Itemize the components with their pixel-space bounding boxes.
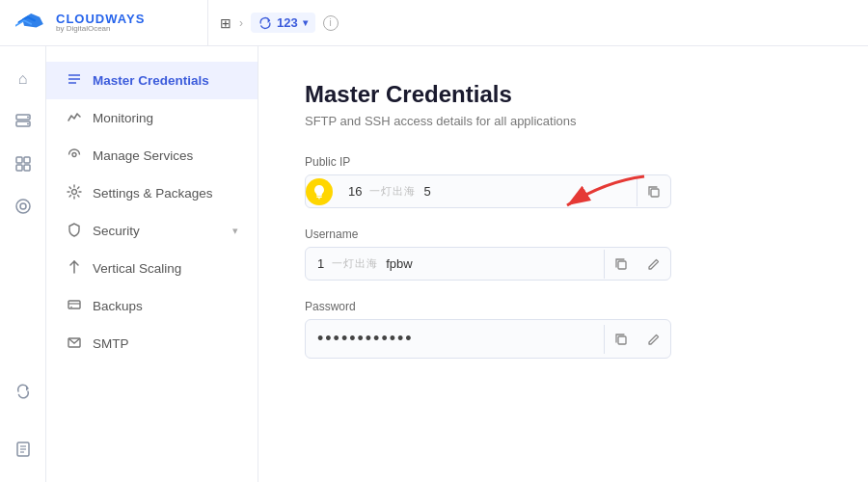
nav-home[interactable]: ⌂ bbox=[6, 62, 41, 96]
sidebar-label-smtp: SMTP bbox=[93, 336, 129, 351]
server-chevron-icon: ▾ bbox=[303, 17, 308, 28]
smtp-icon bbox=[66, 335, 83, 353]
svg-point-4 bbox=[27, 123, 29, 125]
server-selector[interactable]: 123 ▾ bbox=[251, 13, 315, 33]
sidebar-label-manage-services: Manage Services bbox=[93, 148, 193, 163]
edit-password-button[interactable] bbox=[637, 333, 670, 346]
cloudways-logo-icon bbox=[15, 10, 50, 37]
password-row: •••••••••••• bbox=[305, 319, 671, 359]
public-ip-value: 16 一灯出海 5 bbox=[337, 175, 637, 207]
svg-point-3 bbox=[27, 117, 29, 119]
sync-icon bbox=[14, 383, 32, 400]
ip-part1: 16 bbox=[348, 184, 362, 199]
bulb-icon bbox=[312, 184, 326, 200]
monitoring-icon bbox=[14, 198, 32, 215]
sidebar-item-master-credentials[interactable]: Master Credentials bbox=[46, 62, 258, 99]
svg-rect-22 bbox=[68, 301, 80, 308]
security-icon bbox=[66, 222, 83, 240]
username-row: 1 一灯出海 fpbw bbox=[305, 247, 671, 281]
svg-rect-26 bbox=[316, 196, 321, 198]
main-content: Master Credentials SFTP and SSH access d… bbox=[258, 46, 868, 482]
info-icon[interactable]: i bbox=[323, 15, 339, 31]
sidebar-item-settings-packages[interactable]: Settings & Packages bbox=[46, 174, 258, 212]
svg-rect-6 bbox=[24, 157, 30, 163]
sidebar-item-security[interactable]: Security ▾ bbox=[46, 212, 258, 250]
public-ip-field-group: Public IP 16 一灯出海 5 bbox=[305, 155, 671, 208]
server-id: 123 bbox=[277, 15, 298, 30]
edit-icon-password bbox=[647, 333, 661, 346]
logo-text: CLOUDWAYS by DigitalOcean bbox=[56, 13, 145, 33]
backups-icon bbox=[66, 297, 83, 315]
ip-indicator-bulb bbox=[306, 178, 333, 205]
edit-username-button[interactable] bbox=[637, 257, 670, 271]
public-ip-label: Public IP bbox=[305, 155, 671, 169]
copy-password-button[interactable] bbox=[605, 333, 637, 346]
svg-point-20 bbox=[72, 190, 77, 195]
username-value: 1 一灯出海 fpbw bbox=[306, 248, 604, 280]
breadcrumb-area: ⊞ › 123 ▾ i bbox=[220, 13, 853, 33]
username-watermark: 一灯出海 bbox=[332, 256, 378, 271]
servers-icon bbox=[14, 113, 32, 130]
svg-rect-29 bbox=[618, 261, 626, 269]
sub-sidebar: Master Credentials Monitoring Manage Ser… bbox=[46, 46, 258, 482]
nav-sync[interactable] bbox=[6, 374, 41, 409]
ip-watermark: 一灯出海 bbox=[369, 184, 416, 199]
logo-area: CLOUDWAYS by DigitalOcean bbox=[15, 0, 208, 45]
sidebar-label-monitoring: Monitoring bbox=[93, 111, 153, 125]
sidebar-item-vertical-scaling[interactable]: Vertical Scaling bbox=[46, 250, 258, 287]
nav-monitoring[interactable] bbox=[6, 189, 41, 224]
svg-point-24 bbox=[70, 307, 72, 308]
password-field-group: Password •••••••••••• bbox=[305, 300, 671, 359]
logo-sub-text: by DigitalOcean bbox=[56, 25, 145, 33]
username-field-group: Username 1 一灯出海 fpbw bbox=[305, 228, 671, 281]
monitoring-icon bbox=[66, 109, 83, 127]
nav-file[interactable] bbox=[6, 432, 41, 467]
copy-icon-password bbox=[614, 333, 628, 346]
security-chevron-icon: ▾ bbox=[232, 225, 238, 237]
apps-icon bbox=[14, 155, 32, 173]
page-subtitle: SFTP and SSH access details for all appl… bbox=[305, 114, 822, 128]
settings-icon bbox=[66, 184, 83, 202]
copy-username-button[interactable] bbox=[605, 257, 637, 271]
password-value: •••••••••••• bbox=[306, 320, 604, 358]
copy-ip-button[interactable] bbox=[637, 185, 670, 199]
username-suffix: fpbw bbox=[386, 256, 412, 271]
svg-rect-30 bbox=[618, 336, 626, 344]
password-dots: •••••••••••• bbox=[317, 329, 414, 349]
sidebar-label-vertical-scaling: Vertical Scaling bbox=[93, 261, 181, 276]
edit-icon-username bbox=[647, 257, 661, 271]
sidebar-item-manage-services[interactable]: Manage Services bbox=[46, 137, 258, 174]
copy-icon-username bbox=[614, 257, 628, 271]
sidebar-item-monitoring[interactable]: Monitoring bbox=[46, 99, 258, 137]
svg-rect-7 bbox=[16, 165, 22, 171]
manage-services-icon bbox=[66, 147, 83, 165]
sidebar-label-security: Security bbox=[93, 224, 140, 238]
svg-marker-0 bbox=[268, 17, 271, 22]
nav-servers[interactable] bbox=[6, 104, 41, 139]
svg-point-10 bbox=[20, 203, 26, 209]
svg-rect-28 bbox=[651, 189, 659, 197]
sidebar-item-backups[interactable]: Backups bbox=[46, 287, 258, 325]
top-header: CLOUDWAYS by DigitalOcean ⊞ › 123 ▾ i bbox=[0, 0, 868, 46]
public-ip-row: 16 一灯出海 5 bbox=[305, 174, 671, 208]
nav-apps[interactable] bbox=[6, 147, 41, 181]
main-layout: ⌂ bbox=[0, 46, 868, 482]
svg-point-19 bbox=[72, 153, 76, 157]
sidebar-label-master-credentials: Master Credentials bbox=[93, 73, 209, 88]
page-title: Master Credentials bbox=[305, 81, 822, 108]
sidebar-label-backups: Backups bbox=[93, 299, 143, 313]
sidebar-item-smtp[interactable]: SMTP bbox=[46, 325, 258, 362]
grid-icon: ⊞ bbox=[220, 15, 231, 31]
master-credentials-icon bbox=[66, 71, 83, 90]
refresh-icon bbox=[258, 16, 272, 30]
svg-point-9 bbox=[16, 200, 30, 213]
ip-part2: 5 bbox=[423, 184, 430, 199]
svg-rect-5 bbox=[16, 157, 22, 163]
copy-icon-ip bbox=[647, 185, 661, 199]
sidebar-nav: ⌂ bbox=[0, 46, 46, 482]
svg-rect-8 bbox=[24, 165, 30, 171]
password-label: Password bbox=[305, 300, 671, 313]
file-icon bbox=[14, 441, 32, 458]
vertical-scaling-icon bbox=[66, 259, 83, 278]
username-label: Username bbox=[305, 228, 671, 241]
